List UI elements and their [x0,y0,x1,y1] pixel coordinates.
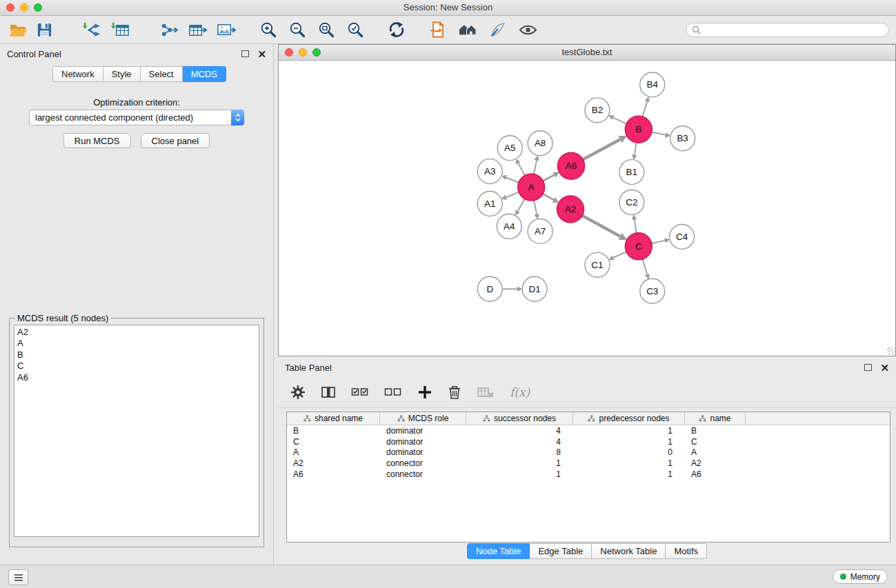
float-panel-icon[interactable] [241,50,249,57]
mcds-result-item[interactable]: C [17,361,256,372]
network-close-button[interactable] [285,48,293,57]
home-button[interactable] [457,20,479,40]
tab-edge-table[interactable]: Edge Table [530,543,592,559]
open-session-button[interactable] [7,20,29,40]
graph-edge-C-C4[interactable] [652,241,665,243]
graph-edge-C-C1[interactable] [613,252,626,258]
table-row[interactable]: Adominator80A [287,447,890,458]
table-cell: A2 [287,458,380,468]
add-column-button[interactable] [416,383,434,401]
tab-mcds[interactable]: MCDS [183,66,226,82]
zoom-fit-button[interactable] [316,19,337,40]
table-row[interactable]: A2connector11A2 [287,458,890,469]
export-image-button[interactable] [215,20,237,40]
table-cell: B [287,426,380,436]
show-columns-button[interactable] [319,383,337,401]
annotation-button[interactable] [488,19,508,40]
function-builder-button[interactable]: f(x) [508,384,531,401]
graph-edge-A6-B[interactable] [583,139,620,159]
graph-edge-A-A4[interactable] [518,199,525,212]
mcds-result-list[interactable]: A2 A B C A6 [14,325,259,537]
export-table-button[interactable] [186,20,209,40]
network-graph[interactable]: B4B2BB3A8A5A6A3B1AC2A1A2A4A7C4CC1DD1C3 [279,61,895,356]
search-box[interactable] [686,23,889,37]
graph-edge-B-B2[interactable] [613,118,626,124]
home-icon [458,21,478,39]
close-panel-button[interactable]: Close panel [141,133,210,148]
graph-node-label: B1 [626,167,637,177]
zoom-in-button[interactable] [258,19,279,40]
show-hide-button[interactable] [517,20,539,40]
graph-node-label: A7 [535,226,546,236]
close-window-button[interactable] [6,3,14,12]
network-window-controls [285,48,321,57]
zoom-window-button[interactable] [34,3,42,12]
mcds-result-item[interactable]: A6 [17,372,256,383]
save-session-button[interactable] [34,20,54,40]
tab-node-table[interactable]: Node Table [467,543,530,559]
column-header-successor-nodes[interactable]: successor nodes [466,412,573,425]
column-header-shared-name[interactable]: shared name [287,412,380,425]
import-network-button[interactable] [81,20,103,40]
network-zoom-button[interactable] [312,48,321,57]
table-row[interactable]: Bdominator41B [287,425,890,436]
column-header-name[interactable]: name [685,412,746,425]
criterion-dropdown[interactable]: largest connected component (directed) [29,110,244,125]
graph-edge-A2-C[interactable] [582,216,620,236]
mcds-result-item[interactable]: A [17,338,256,349]
mcds-result-item[interactable]: A2 [17,327,256,338]
open-folder-icon [8,21,28,39]
close-table-panel-icon[interactable]: ✕ [880,363,889,373]
table-row[interactable]: Cdominator41C [287,436,890,447]
graph-edge-A-A2[interactable] [543,194,554,200]
graph-edge-B-B1[interactable] [635,143,637,155]
delete-table-button[interactable] [475,383,496,401]
tab-network-table[interactable]: Network Table [592,543,666,559]
table-cell: C [685,437,746,447]
graph-edge-A-A7[interactable] [534,201,537,214]
graph-edge-A-A6[interactable] [543,175,554,181]
refresh-button[interactable] [386,19,407,40]
tab-motifs[interactable]: Motifs [666,543,707,559]
search-input[interactable] [704,24,883,35]
resize-grip[interactable] [887,347,895,355]
column-header-label: predecessor nodes [599,414,669,423]
export-network-icon [159,21,179,39]
tab-select[interactable]: Select [141,66,183,82]
graph-edge-A-A3[interactable] [506,178,519,183]
open-document-button[interactable] [428,19,448,40]
table-row[interactable]: A6connector11A6 [287,469,890,480]
float-table-panel-icon[interactable] [864,364,872,371]
table-panel: Table Panel ✕ [278,358,896,565]
minimize-window-button[interactable] [20,3,28,12]
select-all-button[interactable] [350,383,370,401]
mcds-result-item[interactable]: B [17,349,256,361]
column-header-predecessor-nodes[interactable]: predecessor nodes [573,412,685,425]
graph-edge-C-C3[interactable] [643,259,648,274]
deselect-all-button[interactable] [383,383,404,401]
run-mcds-button[interactable]: Run MCDS [63,133,131,148]
import-table-button[interactable] [109,20,132,40]
graph-edge-A-A1[interactable] [506,192,519,197]
table-settings-button[interactable] [289,383,307,401]
table-body: Bdominator41BCdominator41CAdominator80AA… [287,425,890,480]
zoom-selected-button[interactable] [345,19,366,40]
tab-style[interactable]: Style [103,66,141,82]
panel-menu-button[interactable] [8,569,28,585]
tab-network[interactable]: Network [52,66,103,82]
network-canvas[interactable]: B4B2BB3A8A5A6A3B1AC2A1A2A4A7C4CC1DD1C3 [279,61,895,356]
graph-edge-C-C2[interactable] [635,219,637,233]
graph-edge-A-A5[interactable] [518,163,525,176]
column-header-MCDS-role[interactable]: MCDS role [380,412,466,425]
column-header-label: successor nodes [494,414,556,423]
zoom-out-button[interactable] [287,19,308,40]
close-panel-icon[interactable]: ✕ [257,49,266,59]
delete-column-button[interactable] [446,383,463,401]
graph-edge-B-B4[interactable] [643,101,648,116]
graph-edge-B-B3[interactable] [652,132,666,135]
memory-button[interactable]: Memory [833,569,888,584]
network-minimize-button[interactable] [299,48,307,57]
export-network-button[interactable] [158,20,181,40]
graph-edge-A-A8[interactable] [534,160,537,174]
node-table: shared nameMCDS rolesuccessor nodesprede… [286,412,890,543]
